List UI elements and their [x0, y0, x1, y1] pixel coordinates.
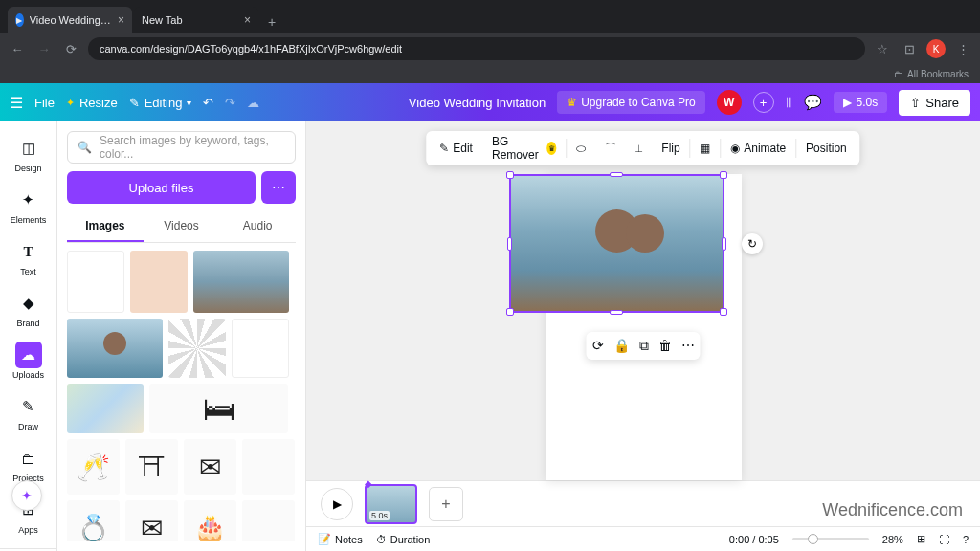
extensions-icon[interactable]: ⊡: [900, 42, 919, 56]
resize-handle-b[interactable]: [610, 310, 623, 315]
hamburger-icon[interactable]: ☰: [10, 94, 23, 112]
notes-button[interactable]: 📝Notes: [318, 533, 363, 545]
user-avatar[interactable]: W: [717, 90, 742, 115]
upload-thumb[interactable]: 🛏: [149, 384, 288, 433]
resize-handle-l[interactable]: [507, 237, 512, 251]
preview-button[interactable]: ▶5.0s: [834, 92, 888, 113]
search-placeholder: Search images by keyword, tags, color...: [100, 134, 285, 161]
editing-menu[interactable]: ✎Editing▾: [129, 96, 192, 110]
design-page[interactable]: ↻ ⟳ 🔒 ⧉ 🗑 ⋯: [546, 174, 742, 480]
zoom-knob[interactable]: [808, 534, 818, 544]
rail-design[interactable]: ◫Design: [0, 129, 56, 179]
tab-images[interactable]: Images: [67, 211, 144, 242]
analytics-icon[interactable]: ⫴: [786, 94, 792, 111]
project-title[interactable]: Video Wedding Invitation: [409, 96, 546, 110]
resize-handle-bl[interactable]: [506, 308, 514, 316]
upload-thumb[interactable]: ⛩: [125, 439, 178, 495]
curve-button[interactable]: ⌒: [595, 131, 626, 165]
resize-handle-tr[interactable]: [720, 171, 727, 179]
upload-thumb[interactable]: [168, 319, 226, 378]
upload-thumb[interactable]: [242, 500, 295, 541]
rail-uploads[interactable]: ☁Uploads: [0, 336, 56, 386]
flip-button[interactable]: Flip: [652, 131, 689, 165]
selected-image[interactable]: ↻: [509, 174, 724, 313]
elements-icon: ✦: [15, 187, 42, 213]
position-button[interactable]: Position: [796, 131, 857, 165]
new-tab-button[interactable]: +: [260, 11, 283, 33]
help-icon[interactable]: ?: [963, 534, 969, 545]
reload-icon[interactable]: ⟳: [61, 42, 80, 56]
fullscreen-icon[interactable]: ⛶: [939, 534, 949, 545]
cloud-sync-icon[interactable]: ☁: [247, 96, 259, 110]
forward-icon[interactable]: →: [34, 42, 54, 56]
resize-handle-br[interactable]: [720, 308, 727, 316]
resize-handle-t[interactable]: [610, 172, 623, 177]
resize-menu[interactable]: ✦Resize: [66, 96, 118, 110]
animate-button[interactable]: ◉Animate: [721, 131, 795, 165]
crop-button[interactable]: ⟂: [626, 131, 652, 165]
browser-tab[interactable]: New Tab ×: [134, 7, 258, 33]
zoom-slider[interactable]: [792, 538, 869, 540]
all-bookmarks-link[interactable]: All Bookmarks: [907, 69, 969, 79]
sync-icon[interactable]: ⟳: [592, 338, 604, 354]
rail-elements[interactable]: ✦Elements: [0, 181, 56, 231]
lock-icon[interactable]: 🔒: [613, 338, 630, 354]
rail-text[interactable]: TText: [0, 232, 56, 282]
duration-button[interactable]: ⏱Duration: [376, 534, 431, 545]
rail-brand[interactable]: ◆Brand: [0, 284, 56, 334]
playhead-icon[interactable]: ◆: [365, 478, 372, 489]
upload-thumb[interactable]: [242, 439, 295, 495]
share-button[interactable]: ⇧Share: [899, 90, 970, 116]
star-icon[interactable]: ☆: [873, 42, 892, 56]
upload-thumb[interactable]: [193, 251, 289, 313]
menu-icon[interactable]: ⋮: [953, 42, 972, 56]
upload-thumb[interactable]: [67, 319, 163, 378]
upload-thumb[interactable]: 🎂: [184, 500, 236, 541]
canvas-viewport[interactable]: ↻ ⟳ 🔒 ⧉ 🗑 ⋯: [306, 121, 980, 480]
upload-more-button[interactable]: ⋯: [261, 171, 296, 204]
back-icon[interactable]: ←: [8, 42, 27, 56]
comment-icon[interactable]: 💬: [804, 94, 822, 111]
transparency-button[interactable]: ▦: [690, 131, 720, 165]
uploads-grid: 🛏 🥂 ⛩ ✉ 💍 ✉ 🎂: [67, 251, 296, 541]
corner-radius-button[interactable]: ⬭: [567, 131, 595, 165]
close-icon[interactable]: ×: [244, 13, 251, 27]
duplicate-icon[interactable]: ⧉: [639, 338, 649, 354]
rail-draw[interactable]: ✎Draw: [0, 387, 56, 437]
add-page-button[interactable]: +: [429, 487, 463, 521]
magic-button[interactable]: ✦: [11, 480, 42, 511]
url-input[interactable]: canva.com/design/DAGTo6yqgb4/x1hFABfXjIx…: [88, 37, 865, 60]
file-menu[interactable]: File: [34, 96, 55, 110]
upload-files-button[interactable]: Upload files: [67, 171, 256, 204]
undo-button[interactable]: ↶: [203, 96, 213, 110]
edit-image-button[interactable]: ✎Edit: [430, 131, 482, 165]
tab-videos[interactable]: Videos: [144, 211, 220, 242]
upload-thumb[interactable]: [130, 251, 188, 313]
bg-remover-label: BG Remover: [492, 135, 543, 162]
play-button[interactable]: ▶: [321, 488, 353, 520]
browser-tab-active[interactable]: ▶ Video Wedding Invitation - M ×: [8, 7, 132, 33]
profile-badge[interactable]: K: [926, 39, 946, 58]
upload-thumb[interactable]: [67, 251, 124, 313]
resize-handle-r[interactable]: [722, 237, 726, 251]
redo-button[interactable]: ↷: [225, 96, 235, 110]
trash-icon[interactable]: 🗑: [658, 338, 672, 354]
upload-thumb[interactable]: [67, 384, 144, 433]
upload-thumb[interactable]: ✉: [184, 439, 236, 495]
timeline-clip[interactable]: ◆ 5.0s: [365, 484, 417, 524]
search-input[interactable]: 🔍Search images by keyword, tags, color..…: [67, 131, 296, 164]
upload-thumb[interactable]: 💍: [67, 500, 120, 541]
grid-view-icon[interactable]: ⊞: [917, 533, 925, 545]
tab-audio[interactable]: Audio: [219, 211, 296, 242]
upgrade-button[interactable]: ♛Upgrade to Canva Pro: [557, 91, 704, 114]
uploads-icon: ☁: [15, 342, 42, 368]
close-icon[interactable]: ×: [118, 13, 124, 27]
upload-thumb[interactable]: 🥂: [67, 439, 120, 495]
add-collaborator-button[interactable]: +: [753, 92, 774, 113]
more-icon[interactable]: ⋯: [681, 338, 695, 354]
resize-handle-tl[interactable]: [506, 171, 514, 179]
upload-thumb[interactable]: [232, 319, 289, 378]
rotate-handle[interactable]: ↻: [742, 233, 763, 254]
upload-thumb[interactable]: ✉: [125, 500, 178, 541]
bg-remover-button[interactable]: BG Remover♛: [482, 131, 567, 165]
